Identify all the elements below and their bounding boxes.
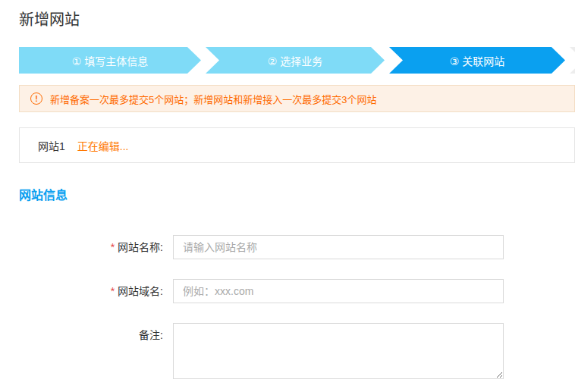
step-label: ① 填写主体信息 <box>72 53 148 68</box>
site-name-label: *网站名称: <box>19 235 163 259</box>
remark-label-text: 备注: <box>139 329 163 341</box>
form-row-remark: 备注: <box>19 323 575 379</box>
stepper: ① 填写主体信息 ② 选择业务 ③ 关联网站 <box>19 47 575 74</box>
site-domain-label: *网站域名: <box>19 279 163 303</box>
required-asterisk: * <box>111 285 115 297</box>
website-info-form: *网站名称: *网站域名: 备注: <box>0 235 575 379</box>
step-select-business: ② 选择业务 <box>206 47 385 74</box>
step-label: ② 选择业务 <box>268 53 322 68</box>
website-card: 网站1 正在编辑... <box>19 127 575 163</box>
remark-label: 备注: <box>19 323 163 347</box>
website-card-name: 网站1 <box>38 138 65 153</box>
site-name-input[interactable] <box>173 235 504 259</box>
exclamation-circle-icon <box>30 93 42 105</box>
add-website-page: 新增网站 ① 填写主体信息 ② 选择业务 ③ 关联网站 新增备案一次最多提交5个… <box>0 0 575 392</box>
section-title-website-info: 网站信息 <box>19 188 575 203</box>
form-row-site-name: *网站名称: <box>19 235 575 259</box>
step-label: ③ 关联网站 <box>450 53 504 68</box>
step-next-partial <box>570 47 575 74</box>
step-associate-website: ③ 关联网站 <box>389 47 565 74</box>
site-domain-label-text: 网站域名: <box>118 285 163 297</box>
required-asterisk: * <box>111 241 115 253</box>
step-fill-subject-info: ① 填写主体信息 <box>19 47 201 74</box>
remark-textarea[interactable] <box>173 323 504 379</box>
site-name-label-text: 网站名称: <box>118 241 163 253</box>
notice-text: 新增备案一次最多提交5个网站；新增网站和新增接入一次最多提交3个网站 <box>50 92 376 106</box>
notice-bar: 新增备案一次最多提交5个网站；新增网站和新增接入一次最多提交3个网站 <box>19 85 575 112</box>
website-card-status[interactable]: 正在编辑... <box>77 138 129 153</box>
form-row-site-domain: *网站域名: <box>19 279 575 303</box>
page-title: 新增网站 <box>19 9 575 30</box>
site-domain-input[interactable] <box>173 279 504 303</box>
